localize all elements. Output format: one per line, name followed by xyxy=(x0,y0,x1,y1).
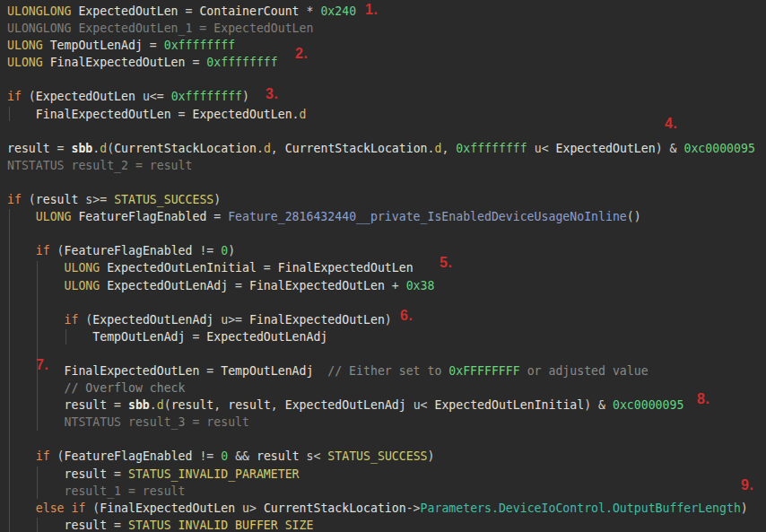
code-token-op: ( xyxy=(107,142,114,155)
code-token-op: . xyxy=(428,142,435,155)
code-token-op: * xyxy=(307,4,321,18)
code-token-txt: TempOutLenAdj xyxy=(43,39,150,52)
code-line: ULONGLONG ExpectedOutLen_1 = ExpectedOut… xyxy=(0,20,766,37)
code-line: result = STATUS_INVALID_BUFFER_SIZE xyxy=(0,517,766,532)
code-line xyxy=(0,174,766,191)
code-token-op: u>= xyxy=(221,313,249,327)
code-token-op: ( xyxy=(57,244,65,257)
code-token-txt: ExpectedOutLenAdj xyxy=(206,330,327,344)
annotation-6: 6. xyxy=(400,308,413,324)
code-token-ty: ULONG xyxy=(7,56,43,69)
code-line: else if (FinalExpectedOutLen u> CurrentS… xyxy=(0,500,766,517)
code-token-en: STATUS_INVALID_BUFFER_SIZE xyxy=(128,519,313,532)
code-token-op: , xyxy=(213,398,228,412)
code-token-txt: FeatureFlagEnabled xyxy=(65,449,200,463)
annotation-3: 3. xyxy=(265,86,278,102)
code-token-kw: else if xyxy=(36,501,93,515)
code-token-txt: FinalExpectedOutLen xyxy=(278,261,413,275)
code-token-fld: d xyxy=(264,142,271,155)
code-line: result = sbb.d(CurrentStackLocation.d, C… xyxy=(0,140,766,157)
code-token-op: -> xyxy=(406,501,421,515)
code-token-op: ( xyxy=(57,449,65,463)
code-token-fld: d xyxy=(100,142,107,155)
code-line xyxy=(0,345,766,362)
code-token-num: 0x38 xyxy=(406,279,435,292)
code-line: if (ExpectedOutLen u<= 0xffffffff) xyxy=(0,88,766,105)
code-line xyxy=(0,123,766,140)
code-token-txt: TempOutLenAdj xyxy=(221,364,313,378)
code-token-txt: FinalExpectedOutLen xyxy=(249,279,392,292)
code-line: TempOutLenAdj = ExpectedOutLenAdj xyxy=(0,328,766,345)
code-token-intr: sbb xyxy=(71,142,92,155)
code-token-dim: ULONGLONG ExpectedOutLen_1 = ExpectedOut… xyxy=(7,22,313,35)
code-token-dim: NTSTATUS result_3 = result xyxy=(7,415,249,429)
code-token-txt: result xyxy=(171,398,214,412)
code-token-dim: NTSTATUS result_2 = result xyxy=(7,159,192,172)
code-token-op: = xyxy=(206,364,221,378)
code-token-txt: ExpectedOutLenAdj xyxy=(285,398,413,412)
code-token-txt: result xyxy=(228,398,271,412)
code-token-txt: ExpectedOutLenInitial xyxy=(434,398,584,412)
code-token-op: s< xyxy=(307,449,328,463)
code-token-ty: ULONG xyxy=(36,210,72,223)
code-token-txt xyxy=(7,449,36,463)
code-token-op: . xyxy=(292,108,300,121)
code-token-txt: FinalExpectedOutLen xyxy=(43,56,193,69)
annotation-8: 8. xyxy=(697,391,709,407)
code-token-op: ) & xyxy=(656,142,684,155)
code-token-fn: Feature_2816432440__private_IsEnabledDev… xyxy=(228,210,627,223)
code-token-fld: d xyxy=(300,108,307,121)
code-line: ULONG ExpectedOutLenInitial = FinalExpec… xyxy=(0,259,766,276)
code-token-ty: ULONG xyxy=(7,39,43,52)
code-token-txt: ExpectedOutLen xyxy=(71,4,185,18)
code-token-com: or adjusted value xyxy=(520,364,648,378)
code-line: NTSTATUS result_2 = result xyxy=(0,157,766,174)
code-token-txt: FinalExpectedOutLen xyxy=(100,501,242,515)
code-token-op: ( xyxy=(164,398,171,412)
decompiler-code-view[interactable]: ULONGLONG ExpectedOutLen = ContainerCoun… xyxy=(0,0,766,532)
code-token-txt xyxy=(7,313,65,327)
annotation-5: 5. xyxy=(440,255,452,271)
code-token-kw: if xyxy=(7,193,29,206)
code-line: NTSTATUS result_3 = result xyxy=(0,414,766,431)
code-token-op: ) xyxy=(242,90,249,103)
code-token-op: = xyxy=(114,467,128,481)
code-token-op: = xyxy=(114,519,128,532)
code-token-op: , xyxy=(271,142,285,155)
code-token-txt: FeatureFlagEnabled xyxy=(71,210,213,223)
code-token-kw: if xyxy=(36,449,57,463)
code-token-txt xyxy=(7,210,36,223)
code-token-txt: ExpectedOutLenAdj xyxy=(92,313,221,327)
code-token-op: = xyxy=(192,330,206,344)
code-token-txt: CurrentStackLocation xyxy=(114,142,257,155)
code-token-kw: if xyxy=(36,244,57,257)
code-token-op: ( xyxy=(29,193,36,206)
code-token-en: STATUS_INVALID_PARAMETER xyxy=(128,467,300,481)
code-line: FinalExpectedOutLen = ExpectedOutLen.d xyxy=(0,106,766,123)
code-token-op: != xyxy=(199,244,221,257)
annotation-9: 9. xyxy=(741,477,753,493)
code-token-en: STATUS_SUCCESS xyxy=(114,193,213,206)
code-token-txt: ExpectedOutLen xyxy=(556,142,656,155)
code-token-num: 0 xyxy=(221,244,228,257)
code-line: ULONG FeatureFlagEnabled = Feature_28164… xyxy=(0,208,766,225)
code-token-mem: Parameters.DeviceIoControl.OutputBufferL… xyxy=(421,501,741,515)
code-token-txt: FeatureFlagEnabled xyxy=(65,244,200,257)
code-token-op: = xyxy=(114,398,128,412)
code-token-op: . xyxy=(150,398,157,412)
annotation-7: 7. xyxy=(36,357,48,373)
code-token-intr: sbb xyxy=(128,398,150,412)
code-token-op: ) & xyxy=(584,398,613,412)
code-token-op: ) xyxy=(213,193,221,206)
code-token-op: + xyxy=(392,279,406,292)
code-line: // Overflow check xyxy=(0,379,766,397)
code-token-op: = xyxy=(192,56,206,69)
code-lines: ULONGLONG ExpectedOutLen = ContainerCoun… xyxy=(0,3,766,532)
code-token-txt: ExpectedOutLen xyxy=(36,90,143,103)
code-line: ULONG ExpectedOutLenAdj = FinalExpectedO… xyxy=(0,277,766,294)
code-line xyxy=(0,225,766,242)
code-line: result = sbb.d(result, result, ExpectedO… xyxy=(0,397,766,414)
code-token-op: ) xyxy=(385,313,392,327)
annotation-1: 1. xyxy=(365,2,378,18)
code-token-fld: d xyxy=(157,398,164,412)
